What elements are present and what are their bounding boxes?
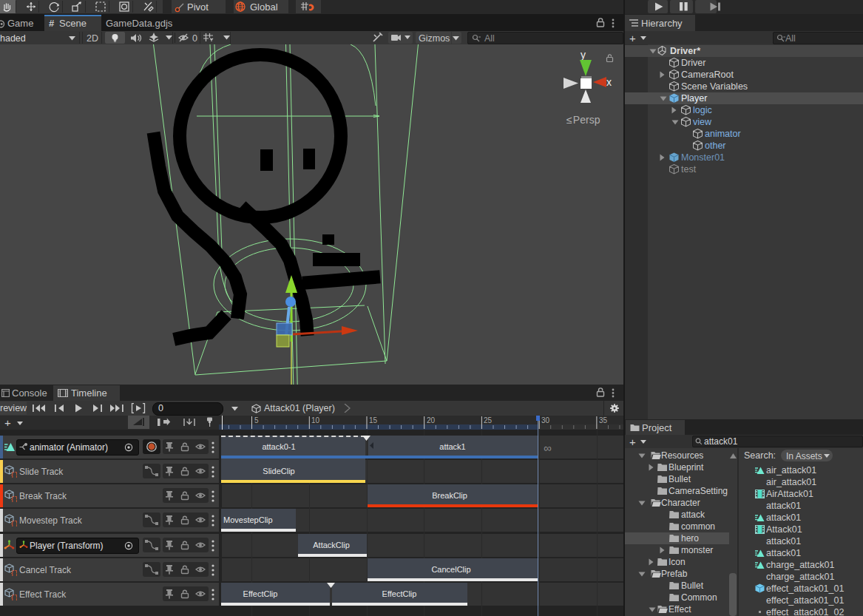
svg-text:x: x	[606, 76, 612, 88]
svg-text:y: y	[581, 49, 586, 61]
svg-text:{}: {}	[10, 595, 17, 600]
svg-text:{}: {}	[10, 472, 17, 478]
svg-text:{}: {}	[10, 496, 17, 502]
svg-text:≤ Persp: ≤ Persp	[566, 114, 600, 126]
svg-text:{}: {}	[10, 570, 17, 576]
svg-text:{}: {}	[10, 521, 17, 527]
